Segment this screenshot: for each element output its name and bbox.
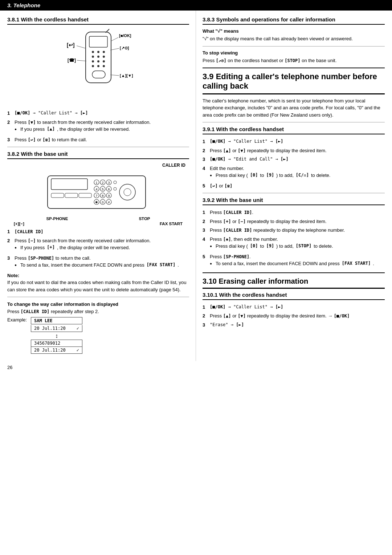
bullet-391-4-1: Press dial key ([0] to [9]) to add, [C/☒… (210, 172, 385, 179)
svg-point-10 (97, 60, 99, 62)
step-391-1: 1 [■/OK] → "Caller List" → [►] (203, 138, 385, 145)
base-unit-labels2: [+][−] FAX START (7, 222, 189, 226)
section-391-steps: 1 [■/OK] → "Caller List" → [►] 2 Press [… (203, 138, 385, 189)
to-stop-heading: To stop viewing (203, 50, 385, 56)
section-310-title: 3.10 Erasing caller information (203, 277, 385, 289)
step-391-5: 5 [↩] or [☎] (203, 182, 385, 190)
checkmark-2: ✓ (77, 348, 79, 353)
svg-text:3: 3 (108, 181, 110, 185)
base-unit-svg: 1 2 3 4 5 6 (44, 169, 153, 216)
left-column: 3.8.1 With the cordless handset (0, 11, 196, 361)
step-391-2: 2 Press [▲] or [▼] repeatedly to display… (203, 147, 385, 154)
svg-point-13 (97, 65, 99, 67)
step-392-2: 2 Press [+] or [−] repeatedly to display… (203, 218, 385, 225)
arrow-down: ↕ (31, 333, 82, 339)
svg-line-22 (77, 60, 86, 61)
change-way-text: To change the way caller information is … (7, 301, 189, 315)
svg-line-18 (110, 48, 119, 50)
svg-point-41 (114, 187, 117, 190)
svg-text:6: 6 (108, 187, 110, 191)
svg-text:[▲][▼][►]: [▲][▼][►] (120, 73, 133, 78)
section-383-title: 3.8.3 Symbols and operations for caller … (203, 16, 385, 25)
svg-text:1: 1 (95, 181, 97, 185)
step-392-3: 3 Press [CALLER ID] repeatedly to displa… (203, 227, 385, 234)
svg-text:[↩]: [↩] (67, 42, 74, 48)
section-382-steps: 1 [CALLER ID] 2 Press [−] to search from… (7, 228, 189, 270)
base-unit-container: CALLER ID 1 2 (7, 163, 189, 226)
section-381-steps: 1 [■/OK] → "Caller List" → [►] 2 Press [… (7, 110, 189, 143)
step-391-3: 3 [■/OK] → "Edit and Call" → [►] (203, 156, 385, 163)
bullet-382-2-1: If you press [+], the display order will… (15, 244, 189, 251)
step-382-1: 1 [CALLER ID] (7, 228, 189, 235)
step-3101-3: 3 "Erase" → [►] (203, 321, 385, 329)
svg-line-24 (110, 75, 119, 76)
svg-text:4: 4 (95, 187, 97, 191)
section-39-title: 3.9 Editing a caller's telephone number … (203, 72, 385, 94)
step-381-3: 3 Press [↩] or [☎] to return the call. (7, 136, 189, 143)
svg-line-16 (111, 37, 118, 41)
svg-line-20 (77, 46, 86, 48)
base-unit-labels: SP-PHONE STOP (7, 216, 189, 221)
svg-point-3 (92, 51, 94, 53)
step-382-3: 3 Press [SP-PHONE] to return the call. T… (7, 255, 189, 270)
bullet-392-4-1: Press dial key ([0] to [9]) to add, [STO… (210, 243, 385, 250)
section-382-title: 3.8.2 With the base unit (7, 151, 189, 159)
svg-point-11 (103, 60, 105, 62)
to-stop-text: Press [↗⊙] on the cordless handset or [S… (203, 57, 385, 64)
section-392-steps: 1 Press [CALLER ID]. 2 Press [+] or [−] … (203, 209, 385, 269)
svg-text:7: 7 (95, 194, 97, 198)
section-381-title: 3.8.1 With the cordless handset (7, 16, 189, 25)
svg-rect-56 (51, 193, 64, 198)
svg-text:✱: ✱ (95, 200, 98, 204)
svg-rect-27 (51, 179, 87, 190)
svg-text:9: 9 (108, 194, 110, 198)
display-box-1: SAM LEE (31, 317, 82, 324)
bullet-381-2-1: If you press [▲], the display order will… (15, 126, 189, 133)
example-displays: SAM LEE 20 Jul.11:20 ✓ ↕ 3456789012 20 J… (31, 317, 82, 354)
header-title: 3. Telephone (7, 2, 40, 8)
svg-rect-58 (79, 193, 91, 198)
step-382-2: 2 Press [−] to search from the recently … (7, 237, 189, 253)
svg-point-7 (97, 56, 99, 58)
fax-start-label: FAX START (160, 222, 183, 226)
page: 3. Telephone 3.8.1 With the cordless han… (0, 0, 392, 555)
stop-label: STOP (139, 216, 150, 221)
svg-point-9 (92, 60, 94, 62)
bullet-392-5-1: To send a fax, insert the document FACE … (210, 260, 385, 267)
right-column: 3.8.3 Symbols and operations for caller … (196, 11, 392, 361)
svg-point-5 (103, 51, 105, 53)
step-3101-1: 1 [■/OK] → "Caller List" → [►] (203, 304, 385, 311)
display-box-2-line2: 20 Jul.11:20 ✓ (31, 347, 82, 354)
what-means-text: "√" on the display means the call has al… (203, 35, 385, 42)
main-content: 3.8.1 With the cordless handset (0, 11, 392, 361)
step-392-1: 1 Press [CALLER ID]. (203, 209, 385, 216)
svg-point-8 (103, 56, 105, 58)
phone-image-container: [■/OK] [↗⊙] [↩] [☎] [▲][▼][►] (7, 28, 189, 105)
section-39-intro: The caller's telephone number, which is … (203, 97, 385, 119)
svg-text:[■/OK]: [■/OK] (119, 33, 131, 38)
note-section: Note: If you do not want to dial the are… (7, 272, 189, 293)
section-3101-steps: 1 [■/OK] → "Caller List" → [►] 2 Press [… (203, 304, 385, 329)
svg-point-4 (97, 51, 99, 53)
svg-text:8: 8 (102, 194, 103, 198)
step-3101-2: 2 Press [▲] or [▼] repeatedly to display… (203, 312, 385, 320)
section-392-title: 3.9.2 With the base unit (203, 197, 385, 205)
svg-point-49 (124, 189, 131, 196)
svg-point-12 (92, 65, 94, 67)
section-3101-title: 3.10.1 With the cordless handset (203, 292, 385, 300)
cordless-handset-svg: [■/OK] [↗⊙] [↩] [☎] [▲][▼][►] (64, 28, 133, 105)
example-display: Example: SAM LEE 20 Jul.11:20 ✓ ↕ 345678… (7, 317, 189, 354)
svg-text:2: 2 (102, 181, 103, 185)
svg-text:0: 0 (102, 200, 103, 204)
bullet-382-3-1: To send a fax, insert the document FACE … (15, 262, 189, 269)
caller-id-label-top: CALLER ID (7, 163, 185, 168)
svg-point-6 (92, 56, 94, 58)
checkmark-1: ✓ (77, 326, 79, 331)
svg-point-14 (103, 65, 105, 67)
svg-rect-57 (65, 193, 78, 198)
step-381-1: 1 [■/OK] → "Caller List" → [►] (7, 110, 189, 117)
display-box-1-line2: 20 Jul.11:20 ✓ (31, 325, 82, 332)
plus-minus-label: [+][−] (14, 222, 24, 226)
svg-text:[☎]: [☎] (68, 58, 76, 63)
page-number: 26 (0, 361, 392, 374)
